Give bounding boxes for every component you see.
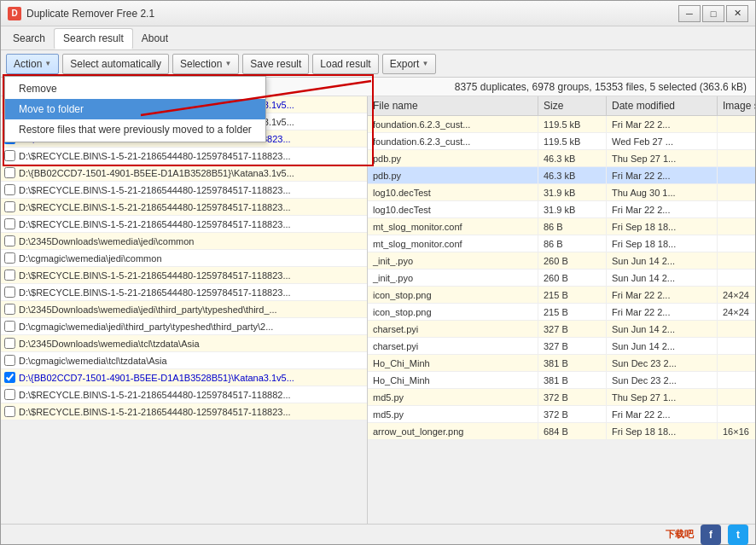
action-button[interactable]: Action ▼ <box>6 54 59 74</box>
table-row[interactable]: pdb.py 46.3 kB Fri Mar 22 2... <box>368 167 755 184</box>
row-checkbox[interactable] <box>4 167 15 178</box>
left-panel: D:\{BB02CCD7-1501-4901-B5EE-D1A1B3528B51… <box>1 96 368 524</box>
table-row[interactable]: icon_stop.png 215 B Fri Mar 22 2... 24×2… <box>368 287 755 304</box>
status-bar: 下载吧 f t <box>1 524 755 544</box>
toolbar: Action ▼ Select automatically Selection … <box>1 50 755 78</box>
row-checkbox[interactable] <box>4 235 15 246</box>
table-row[interactable]: md5.py 372 B Thu Sep 27 1... <box>368 389 755 406</box>
title-bar: D Duplicate Remover Free 2.1 ─ □ ✕ <box>1 1 755 26</box>
list-item[interactable]: D:\2345Downloads\wemedia\jedi\third_part… <box>1 301 367 318</box>
menu-bar: Search Search result About <box>1 26 755 50</box>
row-checkbox[interactable] <box>4 218 15 229</box>
table-row[interactable]: Ho_Chi_Minh 381 B Sun Dec 23 2... <box>368 372 755 389</box>
export-dropdown-arrow: ▼ <box>422 60 428 67</box>
restore-files-option[interactable]: Restore files that were previously moved… <box>5 119 265 140</box>
main-window: D Duplicate Remover Free 2.1 ─ □ ✕ Searc… <box>0 0 756 545</box>
save-result-button[interactable]: Save result <box>242 54 309 74</box>
col-size[interactable]: Size <box>538 96 607 115</box>
window-controls: ─ □ ✕ <box>678 5 748 22</box>
table-row[interactable]: charset.pyi 327 B Sun Jun 14 2... <box>368 321 755 338</box>
remove-option[interactable]: Remove <box>5 78 265 99</box>
list-item[interactable]: D:\2345Downloads\wemedia\tcl\tzdata\Asia <box>1 335 367 352</box>
table-row[interactable]: arrow_out_longer.png 684 B Fri Sep 18 18… <box>368 423 755 440</box>
table-row[interactable]: log10.decTest 31.9 kB Fri Mar 22 2... <box>368 201 755 218</box>
row-checkbox[interactable] <box>4 150 15 161</box>
menu-search-result[interactable]: Search result <box>54 28 133 49</box>
list-item[interactable]: D:\$RECYCLE.BIN\S-1-5-21-2186544480-1259… <box>1 386 367 403</box>
row-checkbox[interactable] <box>4 270 15 281</box>
list-item[interactable]: D:\$RECYCLE.BIN\S-1-5-21-2186544480-1259… <box>1 267 367 284</box>
table-row[interactable]: log10.decTest 31.9 kB Thu Aug 30 1... <box>368 184 755 201</box>
load-result-button[interactable]: Load result <box>312 54 378 74</box>
row-checkbox[interactable] <box>4 321 15 332</box>
list-item[interactable]: D:\$RECYCLE.BIN\S-1-5-21-2186544480-1259… <box>1 182 367 199</box>
table-row[interactable]: md5.py 372 B Fri Mar 22 2... <box>368 406 755 423</box>
twitter-icon[interactable]: t <box>728 525 748 545</box>
table-row[interactable]: _init_.pyo 260 B Sun Jun 14 2... <box>368 270 755 287</box>
summary-text: 8375 duplicates, 6978 groups, 15353 file… <box>455 81 747 93</box>
maximize-button[interactable]: □ <box>702 5 724 22</box>
selection-button[interactable]: Selection ▼ <box>172 54 239 74</box>
table-row[interactable]: icon_stop.png 215 B Fri Mar 22 2... 24×2… <box>368 304 755 321</box>
watermark-text: 下载吧 <box>666 528 694 541</box>
table-row[interactable]: mt_slog_monitor.conf 86 B Fri Sep 18 18.… <box>368 218 755 235</box>
minimize-button[interactable]: ─ <box>678 5 701 22</box>
table-body: foundation.6.2.3_cust... 119.5 kB Fri Ma… <box>368 116 755 524</box>
export-button[interactable]: Export ▼ <box>382 54 437 74</box>
list-item[interactable]: D:\$RECYCLE.BIN\S-1-5-21-2186544480-1259… <box>1 216 367 233</box>
list-item[interactable]: D:\$RECYCLE.BIN\S-1-5-21-2186544480-1259… <box>1 403 367 420</box>
window-title: Duplicate Remover Free 2.1 <box>26 8 678 20</box>
row-checkbox[interactable] <box>4 372 15 383</box>
list-item[interactable]: D:\{BB02CCD7-1501-4901-B5EE-D1A1B3528B51… <box>1 165 367 182</box>
table-row[interactable]: pdb.py 46.3 kB Thu Sep 27 1... <box>368 150 755 167</box>
table-row[interactable]: _init_.pyo 260 B Sun Jun 14 2... <box>368 252 755 270</box>
main-content: D:\{BB02CCD7-1501-4901-B5EE-D1A1B3528B51… <box>1 96 755 524</box>
table-row[interactable]: foundation.6.2.3_cust... 119.5 kB Wed Fe… <box>368 133 755 150</box>
row-checkbox[interactable] <box>4 389 15 400</box>
table-row[interactable]: mt_slog_monitor.conf 86 B Fri Sep 18 18.… <box>368 235 755 252</box>
list-item[interactable]: D:\{BB02CCD7-1501-4901-B5EE-D1A1B3528B51… <box>1 369 367 386</box>
list-item[interactable]: D:\$RECYCLE.BIN\S-1-5-21-2186544480-1259… <box>1 284 367 301</box>
action-dropdown-menu: Remove Move to folder Restore files that… <box>4 76 266 142</box>
row-checkbox[interactable] <box>4 338 15 349</box>
table-row[interactable]: Ho_Chi_Minh 381 B Sun Dec 23 2... <box>368 355 755 372</box>
right-panel: File name Size Date modified Image size … <box>368 96 755 524</box>
table-row[interactable]: foundation.6.2.3_cust... 119.5 kB Fri Ma… <box>368 116 755 133</box>
col-filename[interactable]: File name <box>368 96 538 115</box>
move-to-folder-option[interactable]: Move to folder <box>5 99 265 119</box>
app-icon: D <box>8 7 21 20</box>
list-item[interactable]: D:\cgmagic\wemedia\jedi\third_party\type… <box>1 318 367 335</box>
row-checkbox[interactable] <box>4 304 15 315</box>
list-item[interactable]: D:\2345Downloads\wemedia\jedi\common <box>1 233 367 250</box>
list-item[interactable]: D:\cgmagic\wemedia\jedi\common <box>1 250 367 267</box>
table-header: File name Size Date modified Image size <box>368 96 755 116</box>
row-checkbox[interactable] <box>4 184 15 195</box>
row-checkbox[interactable] <box>4 252 15 264</box>
list-item[interactable]: D:\$RECYCLE.BIN\S-1-5-21-2186544480-1259… <box>1 148 367 165</box>
row-checkbox[interactable] <box>4 201 15 212</box>
action-dropdown-arrow: ▼ <box>44 60 51 67</box>
row-checkbox[interactable] <box>4 287 15 298</box>
select-automatically-button[interactable]: Select automatically <box>62 54 169 74</box>
menu-about[interactable]: About <box>133 29 177 48</box>
row-checkbox[interactable] <box>4 355 15 366</box>
list-item[interactable]: D:\$RECYCLE.BIN\S-1-5-21-2186544480-1259… <box>1 199 367 216</box>
list-item[interactable]: D:\cgmagic\wemedia\tcl\tzdata\Asia <box>1 352 367 369</box>
facebook-icon[interactable]: f <box>701 525 721 545</box>
menu-search[interactable]: Search <box>4 29 54 48</box>
table-row[interactable]: charset.pyi 327 B Sun Jun 14 2... <box>368 338 755 355</box>
selection-dropdown-arrow: ▼ <box>224 60 231 67</box>
col-imgsize[interactable]: Image size <box>718 96 755 115</box>
row-checkbox[interactable] <box>4 406 15 417</box>
close-button[interactable]: ✕ <box>726 5 748 22</box>
col-date[interactable]: Date modified <box>607 96 718 115</box>
